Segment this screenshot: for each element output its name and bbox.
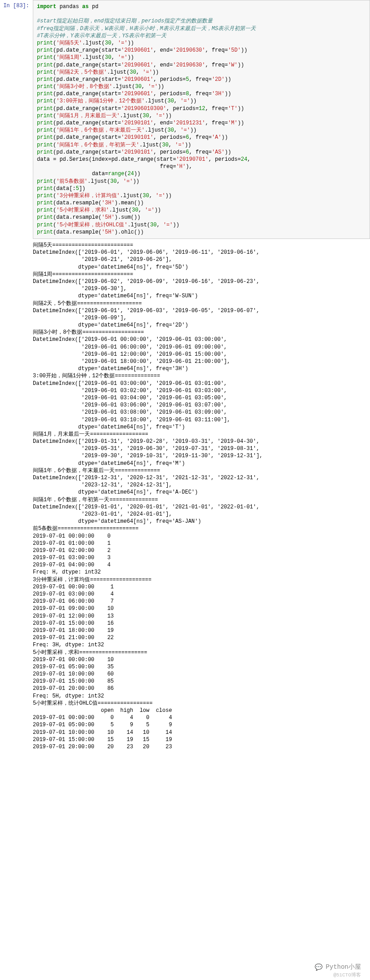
input-cell: In [83]: import pandas as pd #start指定起始日… <box>0 0 370 239</box>
code-area: import pandas as pd #start指定起始日期，end指定结束… <box>33 0 370 239</box>
input-prompt: In [83]: <box>0 0 33 9</box>
output-area: 间隔5天========================= DatetimeIn… <box>29 239 370 753</box>
